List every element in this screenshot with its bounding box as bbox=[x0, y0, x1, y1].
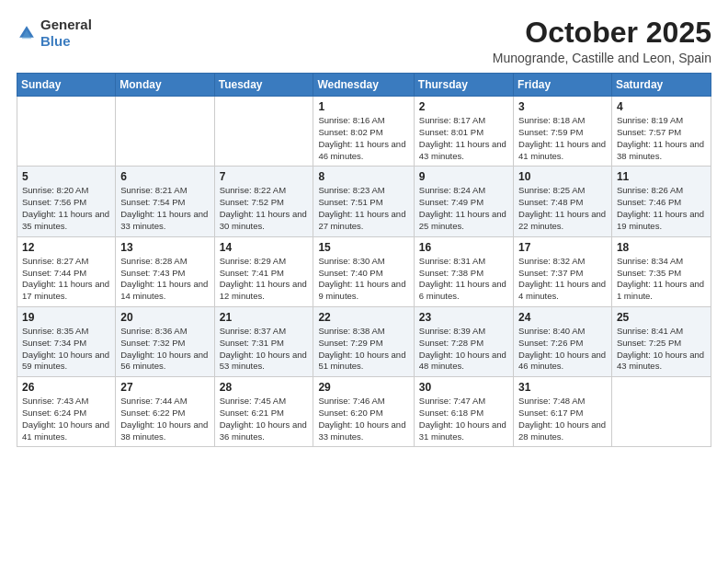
day-number: 2 bbox=[419, 100, 508, 113]
table-row: 9Sunrise: 8:24 AM Sunset: 7:49 PM Daylig… bbox=[414, 167, 513, 236]
day-info: Sunrise: 8:41 AM Sunset: 7:25 PM Dayligh… bbox=[617, 326, 706, 373]
calendar-week-row: 19Sunrise: 8:35 AM Sunset: 7:34 PM Dayli… bbox=[17, 306, 711, 376]
table-row: 18Sunrise: 8:34 AM Sunset: 7:35 PM Dayli… bbox=[611, 236, 711, 306]
day-number: 3 bbox=[518, 100, 607, 113]
calendar-week-row: 1Sunrise: 8:16 AM Sunset: 8:02 PM Daylig… bbox=[17, 97, 711, 167]
table-row: 4Sunrise: 8:19 AM Sunset: 7:57 PM Daylig… bbox=[611, 97, 711, 167]
day-info: Sunrise: 8:22 AM Sunset: 7:52 PM Dayligh… bbox=[220, 185, 309, 232]
day-info: Sunrise: 8:26 AM Sunset: 7:46 PM Dayligh… bbox=[617, 185, 706, 232]
day-info: Sunrise: 8:16 AM Sunset: 8:02 PM Dayligh… bbox=[318, 115, 408, 162]
calendar-table: Sunday Monday Tuesday Wednesday Thursday… bbox=[17, 73, 711, 447]
day-info: Sunrise: 8:37 AM Sunset: 7:31 PM Dayligh… bbox=[220, 326, 309, 373]
day-number: 23 bbox=[419, 311, 508, 324]
table-row: 1Sunrise: 8:16 AM Sunset: 8:02 PM Daylig… bbox=[313, 97, 414, 167]
day-info: Sunrise: 8:40 AM Sunset: 7:26 PM Dayligh… bbox=[518, 326, 607, 373]
table-row: 30Sunrise: 7:47 AM Sunset: 6:18 PM Dayli… bbox=[414, 377, 513, 447]
day-info: Sunrise: 8:25 AM Sunset: 7:48 PM Dayligh… bbox=[518, 185, 607, 232]
day-info: Sunrise: 8:34 AM Sunset: 7:35 PM Dayligh… bbox=[617, 256, 706, 303]
calendar-week-row: 12Sunrise: 8:27 AM Sunset: 7:44 PM Dayli… bbox=[17, 236, 711, 306]
day-info: Sunrise: 8:39 AM Sunset: 7:28 PM Dayligh… bbox=[419, 326, 508, 373]
table-row: 8Sunrise: 8:23 AM Sunset: 7:51 PM Daylig… bbox=[313, 167, 414, 236]
day-number: 31 bbox=[518, 381, 607, 394]
location-subtitle: Munogrande, Castille and Leon, Spain bbox=[493, 51, 711, 65]
table-row: 21Sunrise: 8:37 AM Sunset: 7:31 PM Dayli… bbox=[214, 306, 313, 376]
header-sunday: Sunday bbox=[17, 74, 116, 97]
day-info: Sunrise: 8:30 AM Sunset: 7:40 PM Dayligh… bbox=[318, 256, 408, 303]
table-row bbox=[116, 97, 214, 167]
day-number: 30 bbox=[419, 381, 508, 394]
table-row bbox=[17, 97, 116, 167]
header: General Blue October 2025 Munogrande, Ca… bbox=[17, 17, 711, 65]
day-info: Sunrise: 7:47 AM Sunset: 6:18 PM Dayligh… bbox=[419, 396, 508, 442]
table-row: 17Sunrise: 8:32 AM Sunset: 7:37 PM Dayli… bbox=[514, 236, 612, 306]
calendar-week-row: 5Sunrise: 8:20 AM Sunset: 7:56 PM Daylig… bbox=[17, 167, 711, 236]
table-row: 29Sunrise: 7:46 AM Sunset: 6:20 PM Dayli… bbox=[313, 377, 414, 447]
day-info: Sunrise: 8:17 AM Sunset: 8:01 PM Dayligh… bbox=[419, 115, 508, 162]
table-row: 22Sunrise: 8:38 AM Sunset: 7:29 PM Dayli… bbox=[313, 306, 414, 376]
logo: General Blue bbox=[17, 17, 92, 50]
weekday-header-row: Sunday Monday Tuesday Wednesday Thursday… bbox=[17, 74, 711, 97]
table-row: 24Sunrise: 8:40 AM Sunset: 7:26 PM Dayli… bbox=[514, 306, 612, 376]
day-info: Sunrise: 8:21 AM Sunset: 7:54 PM Dayligh… bbox=[120, 185, 209, 232]
day-number: 21 bbox=[220, 311, 309, 324]
day-info: Sunrise: 8:19 AM Sunset: 7:57 PM Dayligh… bbox=[617, 115, 706, 162]
header-tuesday: Tuesday bbox=[214, 74, 313, 97]
day-number: 9 bbox=[419, 170, 508, 183]
calendar-page: General Blue October 2025 Munogrande, Ca… bbox=[0, 0, 728, 563]
table-row: 25Sunrise: 8:41 AM Sunset: 7:25 PM Dayli… bbox=[611, 306, 711, 376]
header-monday: Monday bbox=[116, 74, 214, 97]
table-row: 20Sunrise: 8:36 AM Sunset: 7:32 PM Dayli… bbox=[116, 306, 214, 376]
day-number: 7 bbox=[220, 170, 309, 183]
day-info: Sunrise: 8:23 AM Sunset: 7:51 PM Dayligh… bbox=[318, 185, 408, 232]
day-number: 12 bbox=[22, 241, 110, 254]
day-info: Sunrise: 8:32 AM Sunset: 7:37 PM Dayligh… bbox=[518, 256, 607, 303]
day-number: 22 bbox=[318, 311, 408, 324]
day-number: 4 bbox=[617, 100, 706, 113]
day-info: Sunrise: 7:44 AM Sunset: 6:22 PM Dayligh… bbox=[120, 396, 209, 442]
header-saturday: Saturday bbox=[611, 74, 711, 97]
day-number: 17 bbox=[518, 241, 607, 254]
day-info: Sunrise: 8:35 AM Sunset: 7:34 PM Dayligh… bbox=[22, 326, 110, 373]
day-number: 18 bbox=[617, 241, 706, 254]
table-row bbox=[214, 97, 313, 167]
day-number: 29 bbox=[318, 381, 408, 394]
table-row: 2Sunrise: 8:17 AM Sunset: 8:01 PM Daylig… bbox=[414, 97, 513, 167]
day-info: Sunrise: 8:20 AM Sunset: 7:56 PM Dayligh… bbox=[22, 185, 110, 232]
title-block: October 2025 Munogrande, Castille and Le… bbox=[493, 17, 711, 65]
day-number: 8 bbox=[318, 170, 408, 183]
table-row: 12Sunrise: 8:27 AM Sunset: 7:44 PM Dayli… bbox=[17, 236, 116, 306]
calendar-week-row: 26Sunrise: 7:43 AM Sunset: 6:24 PM Dayli… bbox=[17, 377, 711, 447]
header-thursday: Thursday bbox=[414, 74, 513, 97]
day-number: 13 bbox=[120, 241, 209, 254]
table-row: 14Sunrise: 8:29 AM Sunset: 7:41 PM Dayli… bbox=[214, 236, 313, 306]
table-row: 26Sunrise: 7:43 AM Sunset: 6:24 PM Dayli… bbox=[17, 377, 116, 447]
logo-icon bbox=[17, 23, 37, 43]
table-row: 15Sunrise: 8:30 AM Sunset: 7:40 PM Dayli… bbox=[313, 236, 414, 306]
day-number: 26 bbox=[22, 381, 110, 394]
day-info: Sunrise: 7:46 AM Sunset: 6:20 PM Dayligh… bbox=[318, 396, 408, 442]
table-row: 31Sunrise: 7:48 AM Sunset: 6:17 PM Dayli… bbox=[514, 377, 612, 447]
logo-general: General bbox=[40, 17, 92, 32]
day-info: Sunrise: 8:28 AM Sunset: 7:43 PM Dayligh… bbox=[120, 256, 209, 303]
day-number: 1 bbox=[318, 100, 408, 113]
table-row: 23Sunrise: 8:39 AM Sunset: 7:28 PM Dayli… bbox=[414, 306, 513, 376]
header-wednesday: Wednesday bbox=[313, 74, 414, 97]
day-number: 27 bbox=[120, 381, 209, 394]
day-info: Sunrise: 8:29 AM Sunset: 7:41 PM Dayligh… bbox=[220, 256, 309, 303]
table-row bbox=[611, 377, 711, 447]
table-row: 11Sunrise: 8:26 AM Sunset: 7:46 PM Dayli… bbox=[611, 167, 711, 236]
day-number: 6 bbox=[120, 170, 209, 183]
day-number: 24 bbox=[518, 311, 607, 324]
day-number: 11 bbox=[617, 170, 706, 183]
day-info: Sunrise: 7:43 AM Sunset: 6:24 PM Dayligh… bbox=[22, 396, 110, 442]
day-number: 25 bbox=[617, 311, 706, 324]
table-row: 13Sunrise: 8:28 AM Sunset: 7:43 PM Dayli… bbox=[116, 236, 214, 306]
day-number: 15 bbox=[318, 241, 408, 254]
day-info: Sunrise: 7:45 AM Sunset: 6:21 PM Dayligh… bbox=[220, 396, 309, 442]
day-number: 10 bbox=[518, 170, 607, 183]
day-info: Sunrise: 8:38 AM Sunset: 7:29 PM Dayligh… bbox=[318, 326, 408, 373]
table-row: 6Sunrise: 8:21 AM Sunset: 7:54 PM Daylig… bbox=[116, 167, 214, 236]
logo-blue: Blue bbox=[40, 33, 71, 49]
day-number: 19 bbox=[22, 311, 110, 324]
day-info: Sunrise: 8:36 AM Sunset: 7:32 PM Dayligh… bbox=[120, 326, 209, 373]
